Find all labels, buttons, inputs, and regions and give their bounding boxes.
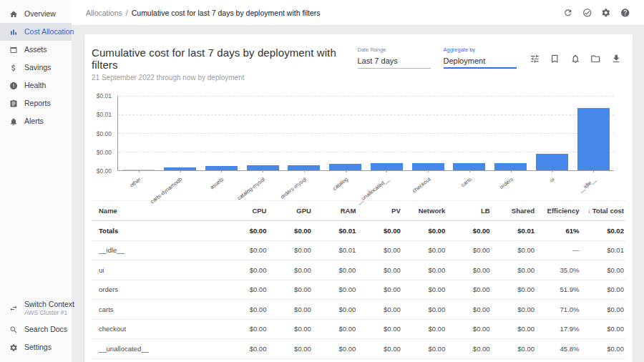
chart-bar-column (201, 96, 243, 170)
column-header-ram[interactable]: RAM (311, 207, 356, 215)
sidebar-item-label: Savings (24, 64, 51, 72)
tune-icon[interactable] (530, 54, 540, 64)
cell-efficiency: 45.8% (535, 345, 579, 353)
sidebar-item-assets[interactable]: Assets (0, 41, 72, 59)
cell-ram: $0.01 (311, 227, 356, 235)
bar-orders-mysql[interactable] (288, 165, 320, 170)
table-row-idle[interactable]: __idle__$0.00$0.00$0.01$0.00$0.00$0.00$0… (92, 241, 625, 261)
cell-shared: $0.01 (490, 227, 535, 235)
cell-ram: $0.00 (311, 305, 356, 313)
cell-ram: $0.00 (311, 266, 356, 274)
download-icon[interactable] (611, 54, 622, 64)
aggregate-by-value: Deployment (444, 57, 517, 69)
bar-chart-icon (9, 28, 18, 36)
sidebar-item-search-docs[interactable]: Search Docs (0, 321, 72, 338)
cell-lb: $0.00 (445, 227, 489, 235)
bar-carts[interactable] (453, 163, 485, 170)
column-header-lb[interactable]: LB (445, 207, 489, 215)
cell-gpu: $0.00 (266, 227, 311, 235)
column-header-gpu[interactable]: GPU (266, 207, 311, 215)
bar-orders[interactable] (494, 163, 527, 170)
sidebar-item-reports[interactable]: Reports (0, 94, 72, 112)
aggregate-by-field[interactable]: Aggregate by Deployment (444, 47, 517, 69)
x-axis-label-text: catalog (331, 176, 349, 192)
bar-catalog[interactable] (329, 164, 361, 170)
sidebar-item-label: Health (24, 82, 46, 89)
aggregate-by-label: Aggregate by (444, 47, 517, 53)
search-icon (9, 326, 18, 334)
gear-icon[interactable] (601, 8, 611, 18)
cell-cpu: $0.00 (222, 266, 266, 274)
sidebar-item-cost-allocation[interactable]: Cost Allocation (0, 23, 72, 41)
sidebar-item-label: Settings (24, 343, 52, 351)
sidebar-item-settings[interactable]: Settings (0, 338, 72, 356)
sidebar-item-alerts[interactable]: Alerts (0, 112, 72, 130)
table-row-totals[interactable]: Totals$0.00$0.00$0.01$0.00$0.00$0.00$0.0… (92, 221, 625, 241)
table-body: Totals$0.00$0.00$0.01$0.00$0.00$0.00$0.0… (92, 221, 625, 362)
x-axis-label-text: assets (208, 176, 225, 190)
report-card: Cumulative cost for last 7 days by deplo… (84, 34, 633, 362)
table-row-catalog[interactable]: catalog$0.00$0.00$0.00$0.00$0.00$0.00$0.… (92, 359, 625, 362)
bar-checkout[interactable] (412, 163, 444, 170)
cell-gpu: $0.00 (266, 266, 311, 274)
cell-network: $0.00 (401, 285, 445, 293)
bar-catalog-mysql[interactable] (247, 165, 279, 170)
sidebar-item-label: Alerts (24, 117, 44, 125)
table-row-ui[interactable]: ui$0.00$0.00$0.00$0.00$0.00$0.00$0.0035.… (92, 260, 625, 280)
sidebar-item-health[interactable]: Health (0, 77, 72, 94)
date-range-field[interactable]: Date Range Last 7 days (358, 47, 431, 69)
cell-shared: $0.00 (490, 345, 535, 353)
folder-icon[interactable] (590, 54, 601, 64)
chart-bar-column (490, 96, 532, 170)
column-header-shared[interactable]: Shared (490, 207, 535, 215)
refresh-icon[interactable] (563, 8, 573, 18)
column-header-cpu[interactable]: CPU (222, 207, 266, 215)
x-axis-label: catalog (324, 173, 366, 195)
help-icon[interactable] (620, 8, 630, 18)
column-header-pv[interactable]: PV (356, 207, 400, 215)
sort-desc-icon: ↓ (587, 207, 591, 215)
breadcrumb-parent[interactable]: Allocations (86, 9, 122, 17)
column-header-total-cost[interactable]: ↓Total cost (580, 207, 624, 215)
table-row-unallocated[interactable]: __unallocated__$0.00$0.00$0.00$0.00$0.00… (92, 339, 625, 359)
sidebar-item-label: Search Docs (24, 325, 67, 333)
bar-idle[interactable] (577, 108, 610, 170)
bookmark-icon[interactable] (550, 54, 560, 64)
cell-ram: $0.01 (311, 246, 356, 254)
sidebar-item-overview[interactable]: Overview (0, 5, 72, 23)
cell-cpu: $0.00 (222, 285, 266, 293)
cell-total-cost: $0.02 (580, 227, 624, 235)
cell-cpu: $0.00 (222, 325, 266, 333)
sidebar-footer: Switch ContextAWS Cluster #1Search DocsS… (0, 296, 72, 362)
sidebar-item-switch-context[interactable]: Switch ContextAWS Cluster #1 (0, 296, 72, 321)
topbar: Allocations / Cumulative cost for last 7… (72, 0, 644, 26)
table-row-checkout[interactable]: checkout$0.00$0.00$0.00$0.00$0.00$0.00$0… (92, 320, 625, 340)
column-header-network[interactable]: Network (401, 207, 445, 215)
sidebar-item-label: Overview (24, 10, 56, 18)
x-axis-label: __idle__ (572, 173, 614, 195)
table-row-carts[interactable]: carts$0.00$0.00$0.00$0.00$0.00$0.00$0.00… (92, 300, 625, 320)
cell-shared: $0.00 (490, 246, 535, 254)
cell-name: orders (99, 285, 222, 293)
column-header-name[interactable]: Name (99, 207, 222, 215)
table-row-orders[interactable]: orders$0.00$0.00$0.00$0.00$0.00$0.00$0.0… (92, 280, 625, 300)
column-header-efficiency[interactable]: Efficiency (535, 207, 579, 215)
sidebar-item-savings[interactable]: Savings (0, 59, 72, 77)
chart-y-axis: $0.01$0.01$0.00$0.00$0.00 (93, 96, 114, 171)
cell-efficiency: 61% (535, 227, 579, 235)
x-axis-tick (304, 170, 305, 172)
web-asset-icon (9, 46, 18, 54)
bar-unallocated[interactable] (371, 163, 403, 170)
chart-bar-column (407, 96, 449, 170)
page-title: Cumulative cost for last 7 days by deplo… (92, 47, 358, 71)
bell-icon[interactable] (570, 54, 581, 64)
check-circle-icon[interactable] (582, 8, 592, 18)
bar-ui[interactable] (536, 154, 568, 170)
chart-bar-column (283, 96, 325, 170)
cell-total-cost: $0.00 (580, 325, 624, 333)
error-icon (9, 82, 18, 90)
x-axis-tick (552, 170, 552, 172)
topbar-icons (563, 8, 630, 18)
y-axis-tick-label: $0.00 (97, 149, 112, 156)
cell-network: $0.00 (401, 305, 445, 313)
